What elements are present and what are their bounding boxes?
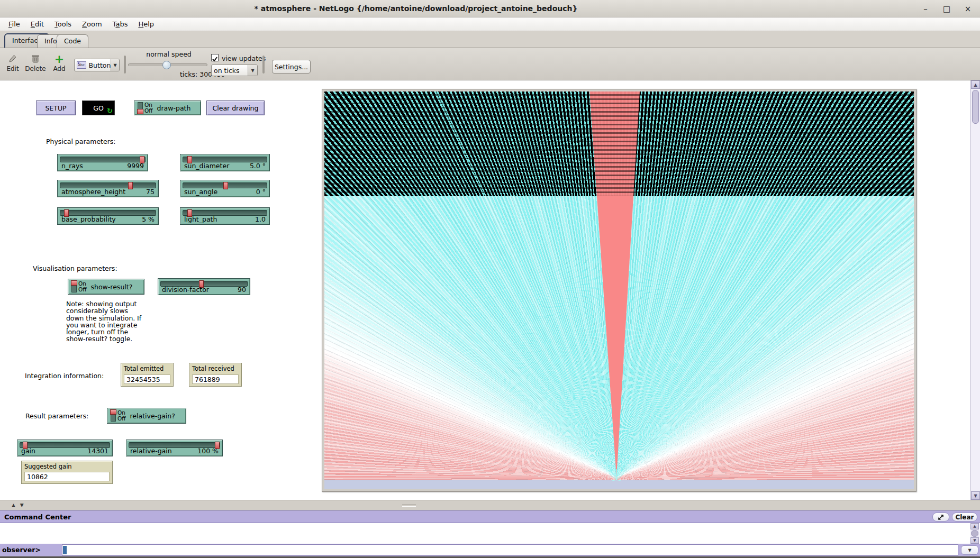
section-physical-parameters: Physical parameters: xyxy=(46,138,116,145)
toolbar-separator xyxy=(262,56,265,74)
observer-prompt[interactable]: observer> xyxy=(0,544,61,556)
slider-sun-diameter[interactable]: sun_diameter5.0 ° xyxy=(180,154,270,171)
scroll-up-icon[interactable]: ▲ xyxy=(970,523,979,529)
menu-tools[interactable]: Tools xyxy=(49,19,77,30)
pencil-icon xyxy=(3,53,22,64)
switch-label: relative-gain? xyxy=(130,412,175,420)
toolbar-separator xyxy=(124,56,126,74)
clear-button[interactable]: Clear xyxy=(952,513,977,522)
expand-arrows-icon xyxy=(938,514,944,520)
add-button[interactable]: + Add xyxy=(49,53,69,72)
switch-show-result[interactable]: OnOff show-result? xyxy=(68,279,144,295)
maximize-icon[interactable]: □ xyxy=(940,3,954,15)
splitter-collapse-icons[interactable]: ▲ ▼ xyxy=(12,502,25,508)
section-result-parameters: Result parameters: xyxy=(25,412,88,420)
menu-tabs[interactable]: Tabs xyxy=(107,19,133,30)
slider-gain[interactable]: gain14301 xyxy=(17,440,113,456)
trash-icon xyxy=(23,53,48,64)
widget-type-value: Button xyxy=(89,61,111,69)
ray-dash-texture xyxy=(324,92,914,196)
command-input[interactable] xyxy=(62,544,958,556)
command-output-scrollbar[interactable]: ▲ ▼ xyxy=(970,523,979,544)
toolbar: Edit Delete + Add abc Button ▼ normal sp… xyxy=(0,48,980,80)
switch-relative-gain[interactable]: OnOff relative-gain? xyxy=(107,408,186,424)
scrollbar-thumb[interactable] xyxy=(972,90,979,124)
menu-edit[interactable]: Edit xyxy=(25,19,49,30)
command-center-splitter[interactable]: ▲ ▼ xyxy=(0,500,980,510)
view-updates-checkbox[interactable] xyxy=(211,54,219,61)
go-button[interactable]: GO ↻ xyxy=(82,100,115,115)
minimize-icon[interactable]: – xyxy=(919,3,932,15)
monitor-total-received: Total received 761889 xyxy=(189,363,242,387)
command-input-row: observer> ▼ xyxy=(0,544,980,556)
menu-help[interactable]: Help xyxy=(133,19,159,30)
switch-knob[interactable] xyxy=(71,280,77,286)
chevron-down-icon[interactable]: ▼ xyxy=(248,65,257,76)
world-view[interactable] xyxy=(324,92,914,489)
plus-icon: + xyxy=(49,53,69,64)
switch-track[interactable] xyxy=(111,410,116,422)
delete-button[interactable]: Delete xyxy=(23,53,48,72)
speed-slider[interactable] xyxy=(128,63,207,66)
switch-label: draw-path xyxy=(157,104,191,112)
interface-canvas: SETUP GO ↻ OnOff draw-path Clear drawing… xyxy=(0,80,980,500)
ground-red-mark xyxy=(648,478,658,480)
close-icon[interactable]: × xyxy=(961,3,975,15)
title-bar[interactable]: * atmosphere - NetLogo {/home/antoine/do… xyxy=(0,0,980,17)
menu-zoom[interactable]: Zoom xyxy=(77,19,107,30)
speed-slider-thumb[interactable] xyxy=(162,61,171,69)
section-integration-information: Integration information: xyxy=(25,372,104,380)
widget-type-dropdown[interactable]: abc Button ▼ xyxy=(74,59,120,71)
slider-division-factor[interactable]: division-factor90 xyxy=(158,278,250,295)
monitor-suggested-gain: Suggested gain 10862 xyxy=(21,461,113,484)
window-controls: – □ × xyxy=(919,0,975,17)
setup-button[interactable]: SETUP xyxy=(36,100,76,115)
chevron-down-icon[interactable]: ▼ xyxy=(111,59,119,71)
switch-draw-path[interactable]: OnOff draw-path xyxy=(134,100,201,115)
slider-light-path[interactable]: light_path1.0 xyxy=(180,207,270,225)
slider-sun-angle[interactable]: sun_angle0 ° xyxy=(180,180,270,197)
note-text: Note: showing output considerably slows … xyxy=(66,300,172,343)
switch-label: show-result? xyxy=(91,283,133,291)
scrollbar-thumb[interactable] xyxy=(971,530,978,537)
settings-button[interactable]: Settings... xyxy=(272,60,311,74)
netlogo-window: { "window": { "title": "* atmosphere - N… xyxy=(0,0,980,558)
switch-track[interactable] xyxy=(138,102,143,114)
main-vertical-scrollbar[interactable]: ▲ ▼ xyxy=(970,80,980,500)
command-history-dropdown[interactable]: ▼ xyxy=(961,545,978,555)
slider-relative-gain[interactable]: relative-gain100 % xyxy=(126,440,223,456)
slider-base-probability[interactable]: base_probability5 % xyxy=(57,207,159,225)
observer-star-icon xyxy=(607,468,626,481)
speed-slider-label: normal speed xyxy=(129,50,208,58)
tab-bar: Interface Info Code xyxy=(0,31,980,48)
splitter-grip[interactable] xyxy=(402,505,416,507)
monitor-total-emitted: Total emitted 32454535 xyxy=(121,363,174,387)
update-mode-dropdown[interactable]: on ticks ▼ xyxy=(211,65,258,76)
text-cursor xyxy=(63,546,67,554)
button-widget-icon: abc xyxy=(77,61,86,69)
slider-n-rays[interactable]: n_rays9999 xyxy=(57,154,148,171)
world-view-frame xyxy=(322,89,917,492)
update-mode-value: on ticks xyxy=(214,67,240,75)
edit-button[interactable]: Edit xyxy=(3,53,22,72)
view-updates-label: view updates xyxy=(222,54,266,62)
switch-knob[interactable] xyxy=(110,409,116,415)
switch-track[interactable] xyxy=(71,281,77,292)
scroll-up-icon[interactable]: ▲ xyxy=(971,80,980,89)
command-center-output[interactable] xyxy=(0,523,980,544)
scroll-down-icon[interactable]: ▼ xyxy=(970,537,979,544)
menu-bar: File Edit Tools Zoom Tabs Help xyxy=(0,17,980,31)
popout-button[interactable] xyxy=(932,513,949,522)
tab-code[interactable]: Code xyxy=(57,34,88,48)
ground-strip xyxy=(324,480,914,489)
switch-knob[interactable] xyxy=(137,109,143,114)
window-title: * atmosphere - NetLogo {/home/antoine/do… xyxy=(0,0,832,17)
slider-atmosphere-height[interactable]: atmosphere_height75 xyxy=(57,180,159,197)
menu-file[interactable]: File xyxy=(3,19,25,30)
section-visualisation-parameters: Visualisation parameters: xyxy=(33,264,117,272)
check-icon xyxy=(212,56,218,62)
command-center-title: Command Center xyxy=(4,513,71,521)
command-center-header: Command Center Clear xyxy=(0,510,980,523)
scroll-down-icon[interactable]: ▼ xyxy=(971,491,980,500)
clear-drawing-button[interactable]: Clear drawing xyxy=(206,100,265,115)
